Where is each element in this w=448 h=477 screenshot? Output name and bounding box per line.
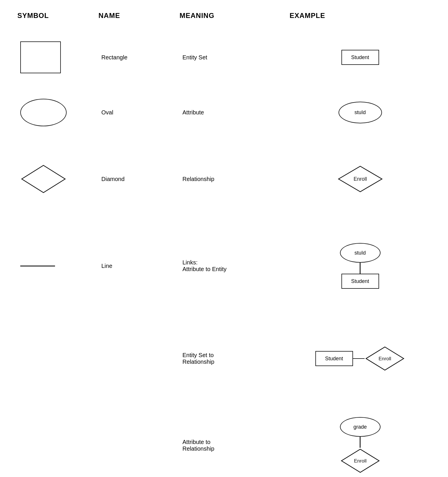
meaning-line-1: Links: — [182, 259, 198, 266]
name-oval: Oval — [98, 109, 180, 116]
example-diamond: Enroll — [290, 165, 431, 193]
example-oval-shape: stuId — [339, 102, 382, 123]
row-oval: Oval Attribute stuId — [17, 86, 431, 138]
line-example-oval: stuId — [340, 243, 381, 263]
page: { "header": { "col1": "SYMBOL", "col2": … — [0, 0, 448, 477]
oval-shape — [20, 99, 67, 126]
example-oval-label: stuId — [354, 109, 366, 116]
example-rect-label: Student — [351, 54, 369, 61]
line-example-rect-label: Student — [351, 278, 369, 284]
example-entity-rel: Student Enroll — [290, 346, 431, 372]
entity-rel-rect: Student — [315, 351, 353, 366]
meaning-rectangle: Entity Set — [180, 54, 290, 61]
meaning-entity-rel-1: Entity Set to — [182, 352, 214, 358]
col-example: EXAMPLE — [290, 12, 431, 23]
example-diamond-wrap: Enroll — [337, 165, 383, 193]
attr-rel-diamond: Enroll — [340, 448, 381, 474]
line-example-group: stuId Student — [340, 243, 381, 289]
example-diamond-shape: Enroll — [337, 165, 383, 193]
entity-rel-diamond: Enroll — [365, 346, 405, 372]
rectangle-shape — [20, 41, 61, 73]
meaning-oval: Attribute — [180, 109, 290, 116]
row-line: Line Links: Attribute to Entity stuId St… — [17, 220, 431, 312]
col-meaning: MEANING — [180, 12, 290, 23]
svg-text:Enroll: Enroll — [354, 458, 366, 464]
entity-rel-example-group: Student Enroll — [315, 346, 405, 372]
table-header: SYMBOL NAME MEANING EXAMPLE — [17, 12, 431, 23]
example-oval: stuId — [290, 102, 431, 123]
meaning-attr-rel: Attribute to Relationship — [180, 439, 290, 452]
row-entity-rel: Entity Set to Relationship Student Enrol… — [17, 315, 431, 402]
line-example-rect: Student — [341, 274, 379, 289]
line-example-oval-label: stuId — [354, 250, 366, 256]
attr-rel-oval-label: grade — [353, 424, 367, 430]
line-example-vline — [360, 263, 361, 274]
line-shape — [20, 266, 55, 266]
meaning-line: Links: Attribute to Entity — [180, 259, 290, 273]
col-name: NAME — [98, 12, 180, 23]
name-line: Line — [98, 263, 180, 269]
meaning-entity-rel: Entity Set to Relationship — [180, 352, 290, 365]
svg-text:Enroll: Enroll — [378, 356, 391, 361]
row-diamond: Diamond Relationship Enroll — [17, 141, 431, 217]
meaning-diamond: Relationship — [180, 176, 290, 182]
col-symbol: SYMBOL — [17, 12, 98, 23]
attr-rel-vline — [360, 437, 361, 448]
name-rectangle: Rectangle — [98, 54, 180, 61]
svg-marker-0 — [22, 165, 65, 193]
symbol-oval — [17, 99, 98, 126]
entity-rel-rect-label: Student — [325, 356, 343, 362]
symbol-line — [17, 266, 98, 266]
diamond-shape — [20, 163, 67, 195]
attr-rel-oval: grade — [340, 417, 381, 437]
name-diamond: Diamond — [98, 176, 180, 182]
symbol-rectangle — [17, 41, 98, 73]
example-line: stuId Student — [290, 243, 431, 289]
example-rectangle: Student — [290, 50, 431, 65]
entity-rel-hline — [353, 358, 365, 359]
example-attr-rel: grade Enroll — [290, 417, 431, 474]
meaning-attr-rel-1: Attribute to — [182, 439, 211, 445]
attr-rel-example-group: grade Enroll — [340, 417, 381, 474]
meaning-entity-rel-2: Relationship — [182, 359, 214, 365]
meaning-line-2: Attribute to Entity — [182, 266, 226, 272]
svg-text:Enroll: Enroll — [353, 176, 367, 182]
row-rectangle: Rectangle Entity Set Student — [17, 31, 431, 83]
example-rect-shape: Student — [341, 50, 379, 65]
meaning-attr-rel-2: Relationship — [182, 445, 214, 452]
row-attr-rel: Attribute to Relationship grade Enroll — [17, 402, 431, 477]
symbol-diamond — [17, 163, 98, 195]
